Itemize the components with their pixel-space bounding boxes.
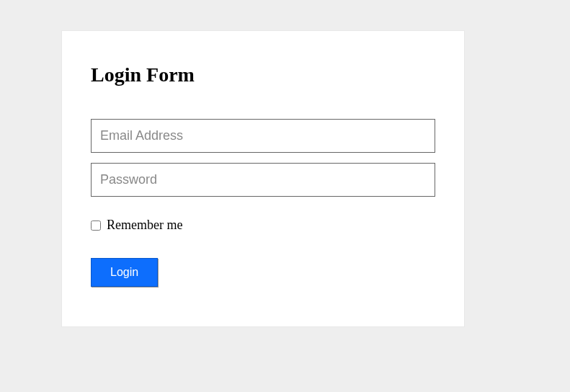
remember-row: Remember me bbox=[91, 218, 435, 233]
remember-checkbox[interactable] bbox=[91, 220, 101, 231]
login-button[interactable]: Login bbox=[91, 258, 158, 287]
email-field[interactable] bbox=[91, 119, 435, 153]
password-field[interactable] bbox=[91, 163, 435, 197]
remember-label: Remember me bbox=[107, 218, 182, 233]
login-card: Login Form Remember me Login bbox=[61, 30, 465, 327]
form-title: Login Form bbox=[91, 63, 435, 86]
